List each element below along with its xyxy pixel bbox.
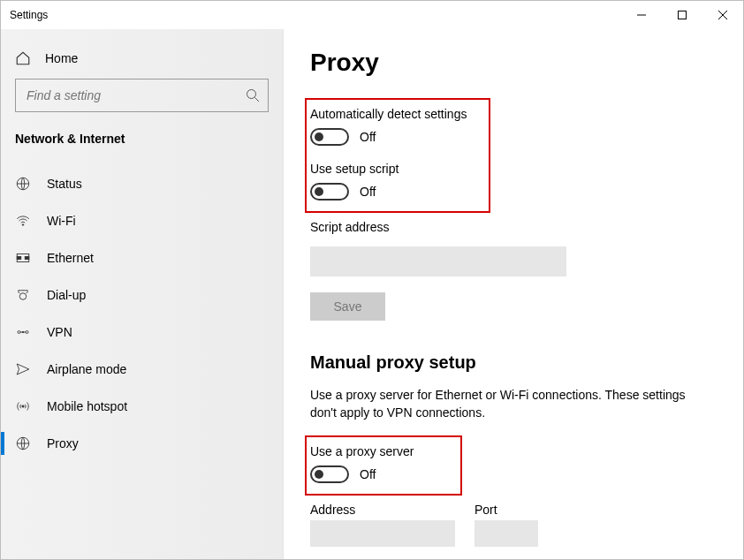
sidebar-item-label: VPN: [47, 325, 72, 339]
auto-detect-label: Automatically detect settings: [310, 107, 474, 121]
sidebar-item-airplane[interactable]: Airplane mode: [1, 351, 283, 388]
main-panel: Proxy Automatically detect settings Off …: [284, 29, 743, 559]
sidebar-item-vpn[interactable]: VPN: [1, 314, 283, 351]
setting-setup-script: Use setup script Off: [310, 162, 474, 201]
script-address-input[interactable]: [310, 246, 566, 276]
svg-rect-1: [679, 11, 687, 19]
sidebar: Home Network & Internet Status Wi-Fi Eth…: [1, 29, 284, 559]
search-icon: [246, 88, 260, 102]
home-label: Home: [45, 51, 78, 65]
sidebar-item-wifi[interactable]: Wi-Fi: [1, 202, 283, 239]
use-proxy-label: Use a proxy server: [310, 444, 446, 458]
setup-script-toggle[interactable]: [310, 183, 349, 201]
auto-detect-state: Off: [360, 130, 376, 144]
sidebar-item-hotspot[interactable]: Mobile hotspot: [1, 388, 283, 425]
sidebar-item-label: Ethernet: [47, 251, 94, 265]
port-label: Port: [474, 503, 538, 517]
sidebar-item-label: Wi-Fi: [47, 214, 76, 228]
status-icon: [15, 176, 31, 192]
search-input[interactable]: [15, 79, 269, 112]
sidebar-nav: Status Wi-Fi Ethernet Dial-up VPN Airpla…: [1, 165, 283, 462]
use-proxy-toggle[interactable]: [310, 465, 349, 483]
setup-script-state: Off: [360, 185, 376, 199]
port-column: Port: [474, 503, 538, 547]
svg-point-12: [18, 331, 20, 334]
svg-point-16: [22, 405, 24, 407]
manual-description: Use a proxy server for Ethernet or Wi-Fi…: [310, 387, 699, 421]
section-header: Network & Internet: [15, 132, 269, 146]
svg-point-15: [22, 331, 24, 333]
window-title: Settings: [10, 9, 48, 21]
svg-point-11: [19, 293, 27, 300]
sidebar-item-dialup[interactable]: Dial-up: [1, 276, 283, 314]
maximize-button[interactable]: [662, 1, 702, 29]
svg-rect-10: [25, 257, 29, 260]
sidebar-item-label: Status: [47, 177, 82, 191]
highlight-auto-settings: Automatically detect settings Off Use se…: [305, 98, 490, 213]
airplane-icon: [15, 361, 31, 377]
dialup-icon: [15, 287, 31, 303]
titlebar: Settings: [1, 1, 743, 29]
setup-script-label: Use setup script: [310, 162, 474, 176]
script-address-label: Script address: [310, 220, 717, 234]
svg-point-7: [22, 224, 24, 226]
close-button[interactable]: [702, 1, 743, 29]
hotspot-icon: [15, 398, 31, 414]
ethernet-icon: [15, 250, 31, 266]
sidebar-item-label: Proxy: [47, 436, 79, 450]
manual-heading: Manual proxy setup: [310, 352, 717, 373]
sidebar-item-status[interactable]: Status: [1, 165, 283, 202]
address-column: Address: [310, 503, 455, 547]
use-proxy-state: Off: [360, 467, 376, 481]
address-port-row: Address Port: [310, 503, 717, 547]
svg-rect-9: [17, 257, 21, 260]
search-box: [15, 79, 269, 112]
sidebar-item-label: Mobile hotspot: [47, 399, 127, 413]
address-label: Address: [310, 503, 455, 517]
page-title: Proxy: [310, 49, 717, 77]
auto-detect-toggle[interactable]: [310, 128, 349, 146]
sidebar-item-label: Dial-up: [47, 288, 86, 302]
svg-line-5: [255, 98, 260, 102]
sidebar-item-proxy[interactable]: Proxy: [1, 425, 283, 462]
setting-auto-detect: Automatically detect settings Off: [310, 107, 474, 146]
script-address-group: Script address Save: [310, 220, 717, 321]
svg-point-13: [26, 331, 28, 334]
svg-point-4: [247, 90, 256, 99]
window-controls: [621, 1, 743, 29]
home-nav[interactable]: Home: [15, 43, 269, 79]
address-input[interactable]: [310, 520, 455, 547]
vpn-icon: [15, 324, 31, 340]
highlight-use-proxy: Use a proxy server Off: [305, 435, 462, 496]
sidebar-item-label: Airplane mode: [47, 362, 126, 376]
setting-use-proxy: Use a proxy server Off: [310, 444, 446, 483]
port-input[interactable]: [474, 520, 538, 547]
home-icon: [15, 50, 31, 66]
save-button[interactable]: Save: [310, 292, 385, 321]
proxy-icon: [15, 435, 31, 451]
minimize-button[interactable]: [621, 1, 662, 29]
sidebar-item-ethernet[interactable]: Ethernet: [1, 239, 283, 276]
wifi-icon: [15, 213, 31, 229]
